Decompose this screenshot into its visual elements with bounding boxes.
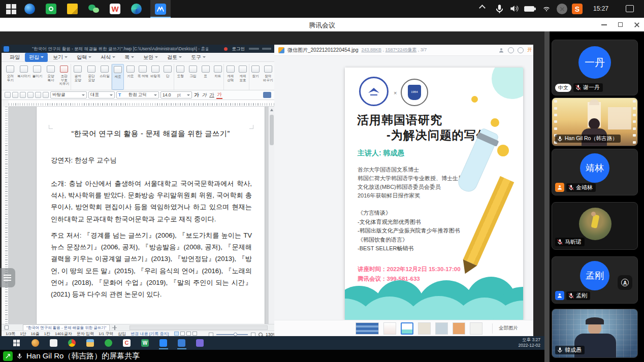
viewer-more-icon[interactable] [518,47,524,53]
italic-button[interactable]: 가 [201,92,207,98]
hwp-ribbon-button[interactable]: 개체 보호 [237,64,249,90]
document-page[interactable]: “한국어 연구의 활용 - 문제 해결을 위한 글쓰기” 강연자: 한성우 교수… [37,107,265,324]
paragraph-marks-button[interactable] [263,92,271,98]
tray-expand-chevron-icon[interactable] [480,4,491,14]
hwp-ribbon-button[interactable]: 찾아 바꾸기 [262,64,274,90]
hwp-menu-item[interactable]: 검토 [163,53,186,62]
tab-list-icon[interactable] [5,325,9,330]
language-badge[interactable]: 中文 [555,84,571,92]
document-vertical-scrollbar[interactable] [268,107,274,324]
bold-button[interactable]: 가 [194,92,200,98]
image-thumbnail[interactable] [470,322,482,335]
maximize-button[interactable] [611,18,629,31]
hwp-window-controls[interactable] [262,48,271,50]
action-center-icon[interactable] [626,4,636,14]
hwp-menu-item[interactable]: 서식 [96,53,119,62]
document-canvas[interactable]: “한국어 연구의 활용 - 문제 해결을 위한 글쓰기” 강연자: 한성우 교수… [9,107,268,324]
hwp-ribbon-button[interactable]: 단 [162,64,174,90]
participant-tile[interactable]: 一丹 中文 谢一丹 [552,40,638,95]
paragraph-style-select[interactable]: 바탕글 [50,91,87,98]
viewer-canvas[interactable]: × 1954 活用韩国语研究 -为解决问题的写作 主讲人: 韩成愚 首尔大学国语… [274,56,533,320]
hwp-ribbon-button[interactable]: 붙이기 [30,64,44,90]
hwp-ribbon-button[interactable]: 복사하기 [17,64,31,90]
hwp-ribbon-button[interactable]: 도형 [174,64,187,90]
hwp-menu-item[interactable]: 보안 [139,53,162,62]
view-mode-buttons[interactable] [174,332,197,336]
tray-sogou-icon[interactable]: S [572,4,583,14]
hwp-ribbon-button[interactable]: 스타일 [98,64,112,90]
close-button[interactable] [628,18,644,31]
new-document-icon[interactable] [5,92,11,98]
hwp-ribbon-button[interactable]: 모양 복사 [44,64,58,90]
hwp-ribbon-button[interactable]: 표 [199,64,212,90]
participant-tile[interactable]: 靖林 金靖林 [552,149,638,195]
image-thumbnail[interactable] [453,322,465,335]
start-button-icon[interactable] [6,4,17,14]
open-document-icon[interactable] [12,92,18,98]
participant-tile[interactable]: 韓成愚 [552,309,638,358]
image-thumbnail[interactable] [435,322,448,335]
browser-globe-icon[interactable] [24,4,35,14]
hwp-ribbon-button[interactable]: 개체 선택 [224,64,237,90]
participant-tile[interactable]: 孟刚 A 孟刚 [552,256,638,304]
caption-translate-icon[interactable]: A [618,275,632,290]
viewer-person-icon[interactable] [498,47,504,53]
image-thumbnail[interactable] [418,322,431,335]
hwp-ribbon-button[interactable]: 세로 [112,64,124,90]
outline-panel-handle[interactable] [0,268,15,287]
minimize-button[interactable] [595,18,613,31]
edge-icon[interactable] [131,4,142,14]
hwp-menu-item[interactable]: 도구 [187,53,210,62]
hwp-menu-item[interactable]: 보기 [49,53,72,62]
hwp-ribbon-button[interactable]: 조판 부호 지우기 [57,64,71,90]
viewer-rotate-icon[interactable] [508,47,514,53]
hwp-menu-item[interactable]: 편집 [25,53,48,62]
hwp-ribbon-button[interactable]: 문단 모양 [85,64,99,90]
hwp-menu-item[interactable]: 쪽 [120,53,138,62]
participant-tile[interactable]: Han Gil Ro（韩吉路） [552,97,638,146]
hwp-menu-item[interactable]: 입력 [73,53,95,62]
all-images-button[interactable]: 全部图片 [492,323,518,334]
hwp-ribbon-button[interactable]: 찾기 [249,64,262,90]
hwp-ribbon-button[interactable]: 쪽 여백 [137,64,149,90]
font-color-button[interactable]: 가 [216,91,222,99]
wps-icon[interactable]: W [110,4,120,14]
image-thumbnail[interactable] [383,322,396,335]
participants-scrollbar[interactable] [544,31,550,362]
tray-volume-icon[interactable] [509,4,520,14]
wechat-icon[interactable] [88,4,99,14]
new-tab-button[interactable] [112,325,117,330]
redo-icon[interactable] [43,92,49,98]
participant-tile[interactable]: 马昕珺 [552,202,638,250]
font-family-select[interactable]: T한컴 고딕 [116,91,159,98]
hwp-ribbon-button[interactable]: 그림 [187,64,200,90]
hwp-ribbon-button[interactable]: 가로 [124,64,137,90]
tray-battery-icon[interactable] [524,4,536,14]
hwp-ribbon-button[interactable]: 글자 모양 [71,64,85,90]
zoom-slider[interactable] [216,334,248,335]
hwp-menu-item[interactable]: 파일 [6,53,24,62]
360-browser-icon[interactable] [46,4,56,14]
tray-wifi-icon[interactable] [541,4,552,14]
char-style-select[interactable]: 대표 [88,91,115,98]
hwp-login-button[interactable]: 로그인 [232,46,245,52]
viewer-action-link[interactable]: 开 [527,47,532,53]
font-size-select[interactable]: 14.0pt [160,91,192,98]
hwp-ribbon-button[interactable]: 바탕쪽 [149,64,162,90]
sticky-notes-icon[interactable] [67,4,78,14]
taskbar-clock[interactable]: 15:27 [593,5,608,12]
save-document-icon[interactable] [20,92,26,98]
tray-sync-disabled-icon[interactable] [557,4,567,14]
horizontal-scrollbar[interactable] [130,325,268,330]
hwp-ribbon-button[interactable]: 오려 두기 [4,64,17,90]
horizontal-ruler[interactable] [9,100,274,107]
underline-button[interactable]: 가 [209,92,215,98]
document-tab[interactable]: "한국어 연구의 활용 - 문제 해결을 위한 글쓰기" [23,324,110,331]
image-thumbnail-selected[interactable] [401,322,413,335]
tray-microphone-icon[interactable] [494,4,505,14]
vertical-ruler[interactable] [3,107,9,324]
hwp-ribbon-button[interactable]: 차트 [212,64,224,90]
undo-icon[interactable] [35,92,41,98]
image-thumbnail[interactable] [356,322,379,335]
tencent-meeting-taskbar-active[interactable] [150,0,171,18]
